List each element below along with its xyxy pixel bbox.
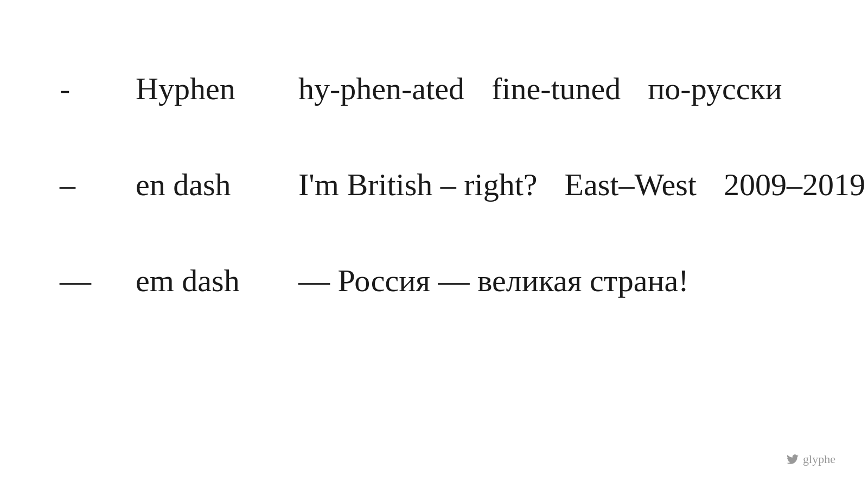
en-dash-example-1: I'm British – right? <box>298 166 538 203</box>
hyphen-row: - Hyphen hy-phen-ated fine-tuned по-русс… <box>60 70 865 107</box>
hyphen-example-2: fine-tuned <box>492 70 621 107</box>
main-content: - Hyphen hy-phen-ated fine-tuned по-русс… <box>60 70 865 358</box>
hyphen-example-1: hy-phen-ated <box>298 70 464 107</box>
hyphen-example-3: по-русски <box>648 70 782 107</box>
em-dash-examples: — Россия — великая страна! <box>298 262 689 299</box>
en-dash-row: – en dash I'm British – right? East–West… <box>60 166 865 203</box>
hyphen-examples: hy-phen-ated fine-tuned по-русски <box>298 70 782 107</box>
en-dash-example-3: 2009–2019 <box>724 166 865 203</box>
en-dash-example-2: East–West <box>565 166 697 203</box>
en-dash-glyph: – <box>60 166 103 203</box>
em-dash-row: — em dash — Россия — великая страна! <box>60 262 865 299</box>
hyphen-label: Hyphen <box>136 70 255 107</box>
en-dash-examples: I'm British – right? East–West 2009–2019 <box>298 166 865 203</box>
branding: glyphe <box>787 452 835 466</box>
hyphen-glyph: - <box>60 70 103 107</box>
em-dash-label: em dash <box>136 262 255 299</box>
brand-handle: glyphe <box>803 452 835 466</box>
twitter-icon <box>787 454 799 464</box>
en-dash-label: en dash <box>136 166 255 203</box>
em-dash-glyph: — <box>60 262 103 299</box>
em-dash-example-1: — Россия — великая страна! <box>298 262 689 299</box>
